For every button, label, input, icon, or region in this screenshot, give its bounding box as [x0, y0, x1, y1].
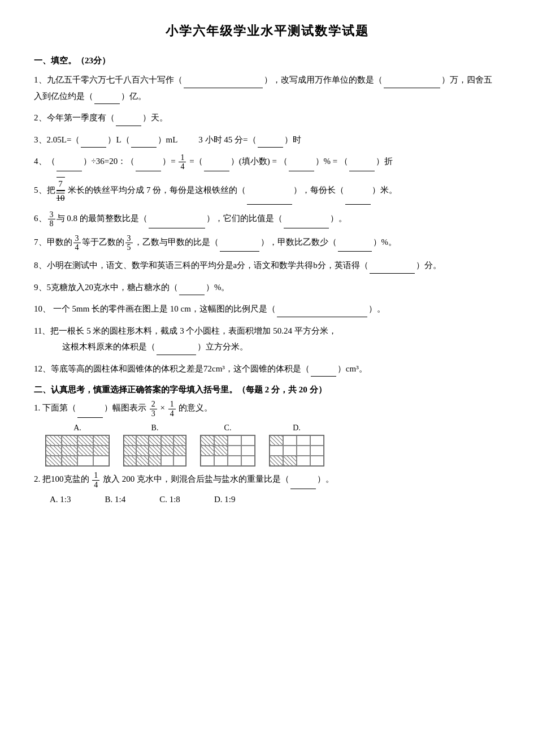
- blank-q5-1: [247, 195, 292, 205]
- mc1-grid-d: [269, 435, 324, 466]
- question-3: 3、2.05L=（）L（）mL 3 小时 45 分=（）时: [34, 132, 500, 148]
- question-7: 7、甲数的 3 4 等于乙数的 3 5 ，乙数与甲数的比是（），甲数比乙数少（）…: [34, 234, 500, 252]
- mc1-option-b: B.: [123, 424, 186, 466]
- question-9: 9、5克糖放入20克水中，糖占糖水的（）%。: [34, 279, 500, 296]
- question-2: 2、今年第一季度有（）天。: [34, 110, 500, 126]
- section2-title: 二、认真思考，慎重选择正确答案的字母填入括号里。（每题 2 分，共 20 分）: [34, 385, 500, 395]
- blank-q1-3: [94, 94, 120, 104]
- question-10: 10、 一个 5mm 长的零件画在图上是 10 cm，这幅图的比例尺是（）。: [34, 301, 500, 317]
- blank-q4-2: [136, 161, 161, 171]
- blank-q3-3: [258, 137, 283, 148]
- blank-q2: [116, 116, 141, 126]
- fraction-q7-1: 3 4: [73, 234, 81, 252]
- mc1-option-d: D.: [269, 424, 324, 466]
- question-11: 11、把一根长 5 米的圆柱形木料，截成 3 个小圆柱，表面积增加 50.24 …: [34, 323, 500, 355]
- blank-q6-1: [149, 218, 205, 228]
- section1: 一、填空。（23分） 1、九亿五千零六万七千八百六十写作（），改写成用万作单位的…: [34, 55, 500, 377]
- blank-q7-2: [338, 241, 372, 252]
- blank-q5-2: [345, 195, 371, 205]
- mc1-grid-b: [123, 435, 186, 466]
- page-title: 小学六年级学业水平测试数学试题: [34, 23, 500, 40]
- blank-mc1: [77, 408, 103, 418]
- mc2-option-d: D. 1:9: [214, 495, 236, 504]
- question-4: 4、（）÷36=20：（）= 1 4 =（）(填小数) = （）% = （）折: [34, 153, 500, 171]
- mc1-options-row: A. B.: [45, 424, 500, 466]
- blank-q11: [157, 345, 196, 355]
- mc2-options: A. 1:3 B. 1:4 C. 1:8 D. 1:9: [50, 495, 500, 504]
- blank-mc2: [290, 479, 316, 489]
- mc1-option-c-label: C.: [224, 424, 232, 433]
- question-6: 6、 3 8 与 0.8 的最简整数比是（），它们的比值是（）。: [34, 210, 500, 228]
- mc2-option-b: B. 1:4: [105, 495, 126, 504]
- blank-q7-1: [220, 241, 259, 252]
- mc-question-1: 1. 下面第（）幅图表示 2 3 × 1 4 的意义。: [34, 400, 500, 418]
- fraction-mc1-1: 2 3: [150, 400, 157, 418]
- blank-q12: [311, 366, 336, 377]
- question-1: 1、九亿五千零六万七千八百六十写作（），改写成用万作单位的数是（）万，四舍五入到…: [34, 72, 500, 104]
- blank-q4-4: [289, 161, 314, 171]
- mc2-option-a: A. 1:3: [50, 495, 71, 504]
- question-12: 12、等底等高的圆柱体和圆锥体的体积之差是72cm³，这个圆锥的体积是（）cm³…: [34, 361, 500, 377]
- section2: 二、认真思考，慎重选择正确答案的字母填入括号里。（每题 2 分，共 20 分） …: [34, 385, 500, 504]
- fraction-mc1-2: 1 4: [168, 400, 176, 418]
- mc1-option-d-label: D.: [293, 424, 301, 433]
- mc1-option-a-label: A.: [73, 424, 81, 433]
- blank-q8: [370, 263, 415, 274]
- blank-q3-1: [81, 137, 106, 148]
- mc1-option-b-label: B.: [151, 424, 159, 433]
- blank-q1-2: [384, 78, 440, 88]
- blank-q4-5: [349, 161, 375, 171]
- fraction-q6: 3 8: [48, 210, 55, 228]
- page-container: 小学六年级学业水平测试数学试题 一、填空。（23分） 1、九亿五千零六万七千八百…: [34, 23, 500, 504]
- mc1-option-c: C.: [200, 424, 255, 466]
- blank-q6-2: [284, 218, 329, 228]
- blank-q3-2: [131, 137, 157, 148]
- mc1-option-a: A.: [45, 424, 110, 466]
- blank-q9: [179, 285, 205, 295]
- blank-q10: [277, 307, 367, 317]
- blank-q4-1: [57, 161, 82, 171]
- mc1-grid-a: [45, 435, 110, 466]
- blank-q4-3: [204, 161, 229, 171]
- blank-q1-1: [184, 78, 263, 88]
- section1-title: 一、填空。（23分）: [34, 55, 500, 66]
- mc-question-2: 2. 把100克盐的 1 4 放入 200 克水中，则混合后盐与盐水的重量比是（…: [34, 471, 500, 489]
- fraction-mc2: 1 4: [92, 471, 99, 489]
- fraction-q4: 1 4: [179, 153, 186, 171]
- fraction-q7-2: 3 5: [125, 234, 133, 252]
- mc2-option-c: C. 1:8: [159, 495, 180, 504]
- question-8: 8、小明在测试中，语文、数学和英语三科的平均分是a分，语文和数学共得b分，英语得…: [34, 257, 500, 274]
- question-5: 5、把 7 10 米长的铁丝平均分成 7 份，每份是这根铁丝的（），每份长（）米…: [34, 177, 500, 205]
- mc1-grid-c: [200, 435, 255, 466]
